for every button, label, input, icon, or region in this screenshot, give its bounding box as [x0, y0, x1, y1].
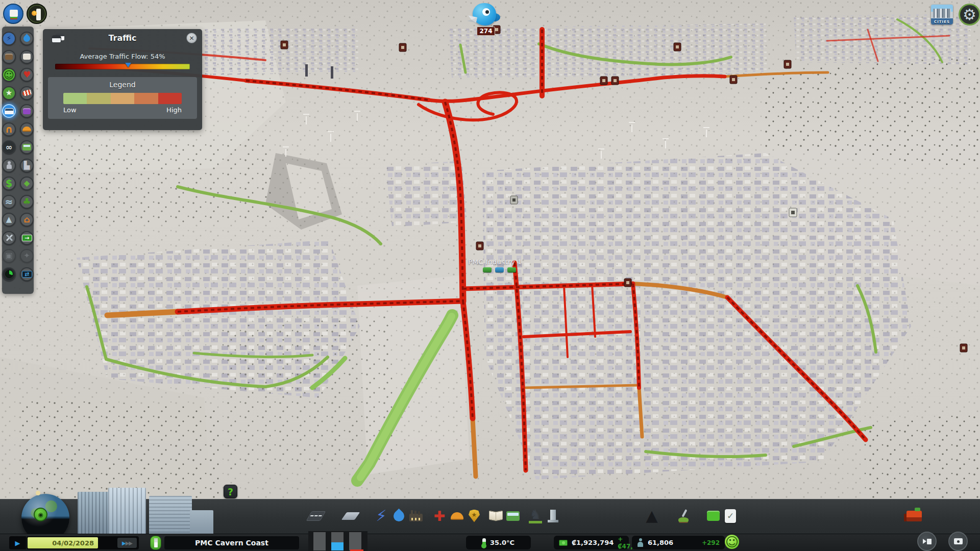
building-levels-infoview-button[interactable]: ▙: [20, 159, 34, 172]
zoning-tool-button[interactable]: [326, 506, 341, 526]
heating-infoview-button[interactable]: ⌂: [20, 213, 34, 227]
close-button[interactable]: ✕: [186, 33, 197, 43]
chirper-beak: [467, 15, 477, 23]
environment-tool-button[interactable]: [705, 506, 721, 526]
monuments-tool-button[interactable]: ▲: [644, 506, 659, 526]
speed23-icon: ▶▶: [126, 540, 132, 546]
districts-tool-button[interactable]: [343, 506, 358, 526]
roads-tool-button[interactable]: [308, 506, 324, 526]
money-display[interactable]: ₡1,923,794 +₡47,542: [554, 536, 629, 549]
options-button[interactable]: ⚙: [959, 4, 980, 26]
fire-department-tool-button[interactable]: [449, 506, 464, 526]
camera-icon: [954, 538, 963, 544]
traffic-infoview-button[interactable]: [2, 104, 16, 118]
sim-controls: ▶ 04/02/2028 ▶ ▶▶: [9, 536, 139, 549]
disasters-infoview-button[interactable]: ✦: [20, 249, 34, 263]
fire-safety-infoview-button[interactable]: [20, 122, 34, 136]
cinematic-camera-button[interactable]: [917, 532, 937, 551]
economy-infoview-button[interactable]: $: [2, 177, 16, 190]
parks-tool-button[interactable]: ♞: [528, 506, 543, 526]
traffic-flow-gradient-bar: [55, 64, 190, 69]
healthcare-tool-button[interactable]: ✚: [432, 506, 447, 526]
tourism-infoview-button[interactable]: ▣: [2, 249, 16, 263]
resources-infoview-button[interactable]: [20, 50, 34, 64]
smiley-icon: ☺: [725, 536, 739, 548]
population-icon: [637, 538, 644, 547]
garbage-infoview-button[interactable]: [2, 50, 16, 64]
happiness-indicator[interactable]: ☺: [725, 535, 739, 549]
population-infoview-button[interactable]: [2, 159, 16, 172]
sim-speed-button[interactable]: ▶ ▶▶: [117, 538, 137, 548]
outside-connections-infoview-button[interactable]: ⇄: [20, 267, 34, 281]
temperature-display: 35.0°C: [466, 536, 531, 549]
bulldozer-slot: [906, 506, 922, 526]
legend-box: Legend Low High: [48, 77, 197, 119]
health-infoview-button[interactable]: ♥: [20, 68, 34, 82]
population-value: 61,806: [648, 539, 673, 546]
logo-text: CITIES: [931, 20, 953, 24]
chirper-button[interactable]: 274: [465, 2, 505, 38]
crime-infoview-button[interactable]: ∞: [2, 140, 16, 154]
unique-buildings-tool-button[interactable]: [545, 506, 560, 526]
city-info-button[interactable]: [150, 536, 161, 550]
police-tool-button[interactable]: ★: [467, 506, 482, 526]
water-flow-infoview-button[interactable]: ≈: [2, 195, 16, 209]
temperature-value: 35.0°C: [490, 539, 514, 546]
play-icon: ▶: [15, 539, 20, 547]
ore-infoview-button[interactable]: ▲: [2, 213, 16, 227]
bulldozer-tool-button[interactable]: [906, 506, 922, 526]
district-label: PMC Industry 1: [457, 258, 533, 266]
public-transport-infoview-button[interactable]: [20, 140, 34, 154]
money-icon: [559, 540, 568, 546]
mod-meteor-button[interactable]: [27, 4, 47, 24]
district-policy-icon: [495, 267, 504, 272]
noise-infoview-button[interactable]: ∩: [2, 122, 16, 136]
comet-icon: [32, 11, 37, 16]
legend-low-label: Low: [63, 106, 77, 114]
forestry-infoview-button[interactable]: ♣: [20, 195, 34, 209]
landscaping-tool-button[interactable]: [676, 506, 691, 526]
traffic-panel-header: Traffic ✕: [43, 29, 202, 46]
population-display[interactable]: 61,806 +292: [632, 536, 725, 549]
legend-title: Legend: [48, 81, 197, 89]
routes-infoview-button[interactable]: →: [20, 231, 34, 245]
flow-marker-icon: [125, 63, 131, 67]
electricity-tool-button[interactable]: ⚡: [374, 506, 389, 526]
natural-resources-infoview-button[interactable]: ◆: [20, 177, 34, 190]
thermometer-icon: [482, 538, 486, 547]
screenshot-logo-button[interactable]: CITIES: [931, 5, 953, 24]
average-traffic-flow-label: Average Traffic Flow: 54%: [43, 53, 202, 60]
play-pause-button[interactable]: ▶: [9, 536, 27, 549]
water-infoview-button[interactable]: [20, 32, 34, 45]
happiness-infoview-button[interactable]: ☺: [2, 68, 16, 82]
education-tool-button[interactable]: [488, 506, 503, 526]
free-camera-button[interactable]: [948, 532, 968, 551]
status-bar: ▶ 04/02/2028 ▶ ▶▶ PMC Cavern Coast 35.0°…: [0, 534, 980, 551]
mod-layers-icon: [10, 10, 18, 17]
logo-skyline-icon: [933, 9, 951, 18]
pollution-infoview-button[interactable]: [20, 104, 34, 118]
mod-meteor-icon: [36, 9, 41, 20]
land-value-infoview-button[interactable]: ★: [2, 86, 16, 100]
residential-demand-bar: [313, 532, 326, 550]
wind-infoview-button[interactable]: [20, 86, 34, 100]
population-change: +292: [702, 539, 720, 546]
traffic-panel-title: Traffic: [43, 33, 202, 43]
policies-tool-button[interactable]: ✓: [723, 506, 738, 526]
help-button[interactable]: ?: [224, 485, 237, 498]
camera-mod-button[interactable]: ◉: [34, 508, 47, 521]
city-name[interactable]: PMC Cavern Coast: [164, 536, 299, 549]
district-policy-icon: [483, 267, 492, 272]
public-transport-tool-button[interactable]: [505, 506, 521, 526]
entertainment-infoview-button[interactable]: [2, 267, 16, 281]
garbage-tool-button[interactable]: [408, 506, 424, 526]
road-maintenance-infoview-button[interactable]: [2, 231, 16, 245]
legend-high-label: High: [166, 106, 182, 114]
mod-layers-button[interactable]: [3, 4, 23, 24]
electricity-infoview-button[interactable]: ⚡: [2, 32, 16, 45]
water-tool-button[interactable]: [391, 506, 406, 526]
rci-demand-meter[interactable]: [308, 531, 368, 551]
chirper-pupil: [485, 10, 489, 14]
industrial-demand-bar: [349, 532, 361, 550]
commercial-demand-bar: [331, 532, 344, 550]
